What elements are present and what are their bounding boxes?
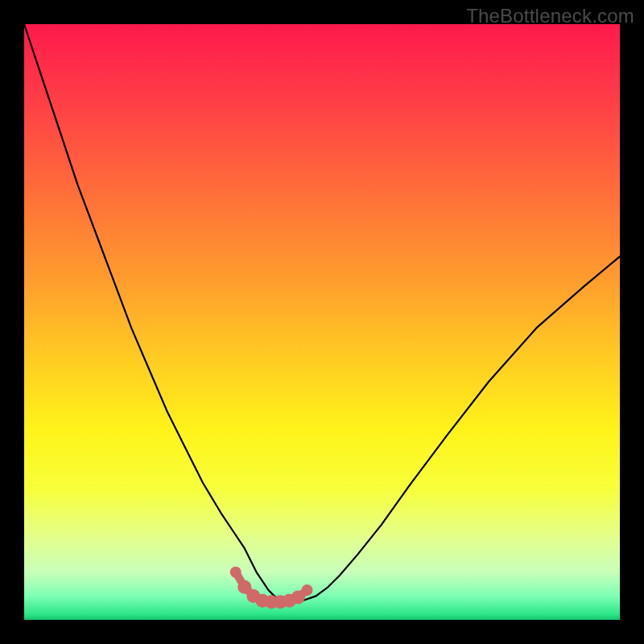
chart-frame: TheBottleneck.com: [0, 0, 644, 644]
curve-svg: [24, 24, 620, 620]
plot-area: [24, 24, 620, 620]
trough-marker: [230, 567, 242, 578]
trough-markers: [230, 567, 313, 609]
trough-marker: [302, 584, 313, 596]
watermark-text: TheBottleneck.com: [466, 5, 634, 27]
bottleneck-curve: [24, 24, 620, 602]
